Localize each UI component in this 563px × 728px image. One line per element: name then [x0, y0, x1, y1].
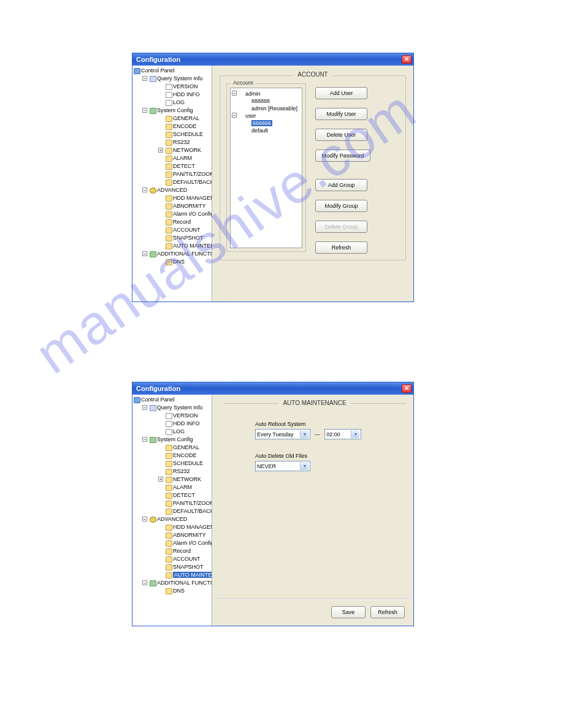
auto-reboot-day-select[interactable]: Every Tuesday ▾	[255, 429, 310, 439]
add-user-button[interactable]: Add User	[315, 87, 367, 99]
tree-log[interactable]: LOG	[164, 428, 212, 436]
account-item[interactable]: 888888	[251, 97, 301, 105]
account-item[interactable]: default	[251, 127, 301, 134]
window-title: Configuration	[136, 385, 180, 392]
delete-user-button[interactable]: Delete User	[315, 129, 367, 141]
window-title: Configuration	[136, 56, 180, 63]
tree-default-backup[interactable]: DEFAULT/BACKUP	[164, 178, 212, 186]
chevron-down-icon: ▾	[300, 462, 308, 470]
tree-general[interactable]: GENERAL	[164, 444, 212, 452]
auto-reboot-label: Auto Reboot System	[255, 421, 406, 427]
tree-system-config[interactable]: −System Config GENERAL ENCODE SCHEDULE R…	[148, 107, 212, 186]
tree-network[interactable]: +NETWORK	[164, 476, 212, 483]
tree-detect[interactable]: DETECT	[164, 162, 212, 170]
tree-ptz[interactable]: PAN/TILT/ZOOM	[164, 170, 212, 178]
auto-reboot-time-select[interactable]: 02:00 ▾	[324, 429, 361, 439]
tree-version[interactable]: VERSION	[164, 412, 212, 420]
tree-encode[interactable]: ENCODE	[164, 452, 212, 460]
tree-advanced[interactable]: −ADVANCED HDD MANAGEMENT ABNORMITY Alarm…	[148, 186, 212, 250]
tree-hdd-management[interactable]: HDD MANAGEMENT	[164, 194, 212, 202]
account-group-admin[interactable]: admin	[245, 91, 261, 97]
account-panel: ACCOUNT Account −admin 888888 admin [Reu…	[212, 66, 413, 301]
modify-group-button[interactable]: Modify Group	[315, 200, 367, 212]
add-group-button[interactable]: Add Group	[315, 179, 367, 191]
tree-rs232[interactable]: RS232	[164, 468, 212, 476]
tree-additional-function[interactable]: −ADDITIONAL FUNCTION DNS	[148, 250, 212, 266]
close-icon[interactable]: ✕	[402, 384, 412, 393]
auto-delete-label: Auto Delete Old Files	[255, 453, 406, 459]
sidebar: Control Panel −Query System Info VERSION…	[132, 395, 212, 626]
tree-snapshot[interactable]: SNAPSHOT	[164, 563, 212, 571]
tree-default-backup[interactable]: DEFAULT/BACKUP	[164, 507, 212, 515]
account-tree[interactable]: −admin 888888 admin [Reuseable] −user 66…	[230, 88, 302, 248]
auto-maintenance-panel: AUTO MAINTENANCE Auto Reboot System Ever…	[212, 395, 413, 626]
chevron-down-icon: ▾	[300, 430, 308, 438]
account-item[interactable]: admin [Reuseable]	[251, 105, 301, 112]
modify-user-button[interactable]: Modify User	[315, 108, 367, 120]
chevron-down-icon: ▾	[351, 430, 359, 438]
refresh-button[interactable]: Refresh	[315, 241, 367, 254]
tree-schedule[interactable]: SCHEDULE	[164, 131, 212, 138]
tree-record[interactable]: Record	[164, 547, 212, 555]
tree-dns[interactable]: DNS	[164, 587, 212, 595]
tree-schedule[interactable]: SCHEDULE	[164, 460, 212, 468]
auto-delete-select[interactable]: NEVER ▾	[255, 461, 310, 471]
tree-ptz[interactable]: PAN/TILT/ZOOM	[164, 499, 212, 507]
tree-encode[interactable]: ENCODE	[164, 123, 212, 131]
tree-auto-maintenance[interactable]: AUTO MAINTENANCE	[164, 571, 212, 579]
tree-abnormity[interactable]: ABNORMITY	[164, 202, 212, 210]
account-group-label: Account	[231, 80, 256, 86]
close-icon[interactable]: ✕	[402, 55, 412, 64]
tree-alarm-io[interactable]: Alarm I/O Config	[164, 539, 212, 547]
tree-additional-function[interactable]: −ADDITIONAL FUNCTION DNS	[148, 579, 212, 595]
tree-hdd-info[interactable]: HDD INFO	[164, 420, 212, 428]
titlebar[interactable]: Configuration ✕	[132, 53, 413, 66]
tree-advanced[interactable]: −ADVANCED HDD MANAGEMENT ABNORMITY Alarm…	[148, 515, 212, 579]
account-group-user[interactable]: user	[245, 113, 256, 119]
tree-dns[interactable]: DNS	[164, 258, 212, 266]
account-item-selected[interactable]: 666666	[251, 119, 301, 127]
tree-rs232[interactable]: RS232	[164, 138, 212, 146]
tree-snapshot[interactable]: SNAPSHOT	[164, 234, 212, 242]
modify-password-button[interactable]: Modify Password	[315, 150, 370, 162]
separator-dash: ---	[315, 431, 320, 438]
tree-system-config[interactable]: −System Config GENERAL ENCODE SCHEDULE R…	[148, 436, 212, 515]
tree-alarm[interactable]: ALARM	[164, 154, 212, 162]
titlebar[interactable]: Configuration ✕	[132, 382, 413, 395]
tree-version[interactable]: VERSION	[164, 83, 212, 91]
save-button[interactable]: Save	[331, 606, 366, 618]
sidebar: Control Panel −Query System Info VERSION…	[132, 66, 212, 301]
auto-maint-section-title: AUTO MAINTENANCE	[223, 400, 406, 406]
configuration-window-auto-maint: Configuration ✕ Control Panel −Query Sys…	[132, 382, 414, 626]
tree-log[interactable]: LOG	[164, 99, 212, 107]
tree-hdd-management[interactable]: HDD MANAGEMENT	[164, 523, 212, 531]
refresh-button[interactable]: Refresh	[370, 606, 405, 618]
tree-network[interactable]: +NETWORK	[164, 146, 212, 154]
tree-auto-maintenance[interactable]: AUTO MAINTENANCE	[164, 242, 212, 250]
tree-account[interactable]: ACCOUNT	[164, 226, 212, 234]
account-section-title: ACCOUNT	[293, 71, 332, 78]
tree-query-system-info[interactable]: −Query System Info VERSION HDD INFO LOG	[148, 75, 212, 107]
tree-detect[interactable]: DETECT	[164, 491, 212, 499]
tree-account[interactable]: ACCOUNT	[164, 555, 212, 563]
tree-query-system-info[interactable]: −Query System Info VERSION HDD INFO LOG	[148, 404, 212, 436]
delete-group-button: Delete Group	[315, 221, 367, 233]
tree-hdd-info[interactable]: HDD INFO	[164, 91, 212, 99]
tree-general[interactable]: GENERAL	[164, 115, 212, 123]
configuration-window-account: Configuration ✕ Control Panel −Query Sys…	[132, 53, 414, 302]
tree-abnormity[interactable]: ABNORMITY	[164, 531, 212, 539]
tree-record[interactable]: Record	[164, 218, 212, 226]
tree-root[interactable]: Control Panel −Query System Info VERSION…	[132, 396, 212, 595]
tree-alarm[interactable]: ALARM	[164, 483, 212, 491]
tree-alarm-io[interactable]: Alarm I/O Config	[164, 210, 212, 218]
tree-root[interactable]: Control Panel −Query System Info VERSION…	[132, 67, 212, 266]
footer-divider	[215, 599, 411, 600]
